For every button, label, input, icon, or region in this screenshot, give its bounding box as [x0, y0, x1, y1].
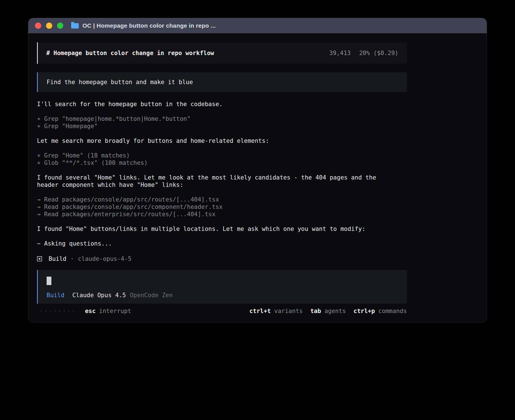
folder-icon: [71, 23, 79, 29]
assistant-response: I'll search for the homepage button in t…: [37, 100, 407, 263]
agent-model: claude-opus-4-5: [78, 255, 132, 262]
tool-call-read: → Read packages/enterprise/src/routes/[.…: [37, 211, 407, 218]
user-message-text: Find the homepage button and make it blu…: [47, 79, 193, 86]
session-header: # Homepage button color change in repo w…: [37, 42, 407, 64]
token-count: 39,413: [329, 50, 351, 56]
assistant-text: I found "Home" buttons/links in multiple…: [37, 225, 390, 233]
assistant-text: I'll search for the homepage button in t…: [37, 100, 407, 108]
minimize-button[interactable]: [46, 23, 52, 29]
traffic-lights: [35, 23, 63, 29]
session-stats: 39,413 20% ($0.29): [329, 50, 398, 56]
ctrl-p-key: ctrl+p: [353, 308, 375, 314]
titlebar[interactable]: OC | Homepage button color change in rep…: [28, 18, 487, 33]
model-status-line: Build Claude Opus 4.5 OpenCode Zen: [47, 292, 399, 299]
spacer: [37, 167, 407, 174]
variants-label: variants: [274, 308, 303, 314]
agents-label: agents: [324, 308, 346, 314]
commands-shortcut: ctrl+pcommands: [353, 307, 407, 315]
status-text: ~ Asking questions...: [37, 240, 407, 247]
tool-call-read: → Read packages/console/app/src/componen…: [37, 203, 407, 211]
tool-call-read: → Read packages/console/app/src/routes/[…: [37, 196, 407, 203]
tool-call-grep: ∗ Grep "Home" (18 matches): [37, 152, 407, 159]
spacer: [37, 130, 407, 137]
terminal-content: # Homepage button color change in repo w…: [28, 33, 487, 315]
variants-shortcut: ctrl+tvariants: [249, 307, 303, 315]
interrupt-label: interrupt: [99, 308, 131, 314]
spacer: [37, 233, 407, 240]
provider-label: OpenCode Zen: [130, 292, 173, 299]
tool-call-grep: ∗ Grep "homepage|home.*button|Home.*butt…: [37, 115, 407, 123]
agent-name: Build: [49, 255, 66, 262]
agent-icon: [37, 256, 42, 261]
tool-call-grep: ∗ Grep "Homepage": [37, 123, 407, 130]
terminal-window: OC | Homepage button color change in rep…: [28, 18, 487, 322]
text-cursor: [47, 277, 51, 285]
status-bar: ········ escinterrupt ctrl+tvariants tab…: [37, 307, 407, 315]
assistant-text: I found several "Home" links. Let me loo…: [37, 174, 390, 189]
spacer: [37, 218, 407, 225]
close-button[interactable]: [35, 23, 41, 29]
model-label[interactable]: Claude Opus 4.5: [72, 292, 126, 299]
working-indicator: ········: [37, 307, 77, 315]
tab-key: tab: [310, 308, 321, 314]
context-usage: 20% ($0.29): [359, 50, 398, 56]
status-bar-left: ········ escinterrupt: [37, 307, 131, 315]
spacer: [37, 189, 407, 196]
spacer: [37, 108, 407, 115]
esc-key: esc: [85, 308, 96, 314]
tool-call-glob: ∗ Glob "**/*.tsx" (100 matches): [37, 159, 407, 167]
commands-label: commands: [378, 308, 407, 314]
mode-label[interactable]: Build: [47, 292, 64, 299]
assistant-text: Let me search more broadly for buttons a…: [37, 137, 407, 145]
session-title: # Homepage button color change in repo w…: [46, 50, 214, 56]
agent-info-line: Build · claude-opus-4-5: [37, 255, 407, 263]
zoom-button[interactable]: [57, 23, 63, 29]
spacer: [37, 145, 407, 152]
agents-shortcut: tabagents: [310, 307, 346, 315]
prompt-input[interactable]: Build Claude Opus 4.5 OpenCode Zen: [37, 270, 407, 304]
separator-dot: ·: [70, 255, 74, 262]
interrupt-hint: escinterrupt: [85, 307, 131, 315]
ctrl-t-key: ctrl+t: [249, 308, 271, 314]
window-title: OC | Homepage button color change in rep…: [82, 22, 216, 29]
user-message: Find the homepage button and make it blu…: [37, 72, 407, 92]
status-bar-right: ctrl+tvariants tabagents ctrl+pcommands: [242, 307, 407, 315]
